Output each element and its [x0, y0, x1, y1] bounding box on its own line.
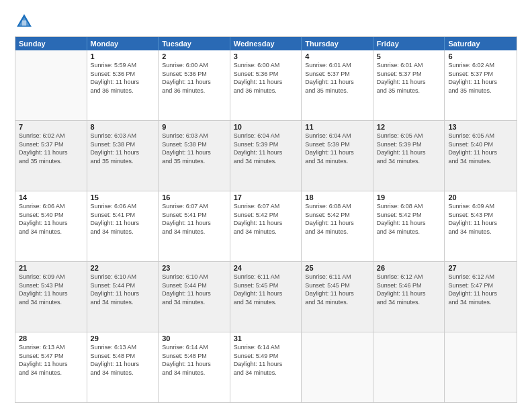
day-info: Sunrise: 6:07 AM Sunset: 5:41 PM Dayligh… — [162, 202, 226, 236]
calendar-cell: 16Sunrise: 6:07 AM Sunset: 5:41 PM Dayli… — [159, 191, 230, 261]
day-info: Sunrise: 6:00 AM Sunset: 5:36 PM Dayligh… — [234, 61, 298, 95]
calendar-cell: 12Sunrise: 6:05 AM Sunset: 5:39 PM Dayli… — [373, 121, 445, 191]
calendar-cell: 20Sunrise: 6:09 AM Sunset: 5:43 PM Dayli… — [445, 191, 517, 261]
day-info: Sunrise: 6:06 AM Sunset: 5:41 PM Dayligh… — [91, 202, 155, 236]
calendar-cell: 4Sunrise: 6:01 AM Sunset: 5:37 PM Daylig… — [302, 50, 373, 120]
calendar-cell: 23Sunrise: 6:10 AM Sunset: 5:44 PM Dayli… — [159, 262, 230, 332]
day-info: Sunrise: 6:00 AM Sunset: 5:36 PM Dayligh… — [162, 61, 226, 95]
calendar-cell: 26Sunrise: 6:12 AM Sunset: 5:46 PM Dayli… — [373, 262, 445, 332]
day-number: 5 — [377, 52, 441, 60]
day-info: Sunrise: 6:02 AM Sunset: 5:37 PM Dayligh… — [19, 132, 83, 165]
calendar-cell: 3Sunrise: 6:00 AM Sunset: 5:36 PM Daylig… — [230, 50, 302, 120]
day-number: 14 — [19, 193, 83, 201]
day-info: Sunrise: 6:09 AM Sunset: 5:43 PM Dayligh… — [448, 202, 513, 236]
day-info: Sunrise: 6:03 AM Sunset: 5:38 PM Dayligh… — [162, 132, 226, 165]
day-info: Sunrise: 6:11 AM Sunset: 5:45 PM Dayligh… — [305, 273, 369, 306]
day-info: Sunrise: 6:14 AM Sunset: 5:49 PM Dayligh… — [234, 343, 298, 377]
day-number: 12 — [377, 123, 441, 131]
calendar-cell: 22Sunrise: 6:10 AM Sunset: 5:44 PM Dayli… — [87, 262, 159, 332]
day-number: 11 — [305, 123, 369, 131]
day-info: Sunrise: 6:06 AM Sunset: 5:40 PM Dayligh… — [19, 202, 83, 236]
day-info: Sunrise: 6:01 AM Sunset: 5:37 PM Dayligh… — [377, 61, 441, 95]
calendar-body: 1Sunrise: 5:59 AM Sunset: 5:36 PM Daylig… — [15, 50, 517, 402]
calendar-week-1: 1Sunrise: 5:59 AM Sunset: 5:36 PM Daylig… — [15, 50, 517, 120]
calendar-cell: 5Sunrise: 6:01 AM Sunset: 5:37 PM Daylig… — [373, 50, 445, 120]
calendar-cell: 29Sunrise: 6:13 AM Sunset: 5:48 PM Dayli… — [87, 332, 159, 402]
header-day-monday: Monday — [87, 37, 159, 50]
calendar-cell: 21Sunrise: 6:09 AM Sunset: 5:43 PM Dayli… — [15, 262, 87, 332]
calendar-week-2: 7Sunrise: 6:02 AM Sunset: 5:37 PM Daylig… — [15, 120, 517, 191]
day-number: 6 — [448, 52, 513, 60]
day-number: 8 — [91, 123, 155, 131]
day-number: 26 — [377, 264, 441, 272]
day-number: 30 — [162, 334, 226, 342]
header-day-tuesday: Tuesday — [159, 37, 230, 50]
calendar-cell: 17Sunrise: 6:07 AM Sunset: 5:42 PM Dayli… — [230, 191, 302, 261]
calendar-cell — [15, 50, 87, 120]
calendar-cell: 10Sunrise: 6:04 AM Sunset: 5:39 PM Dayli… — [230, 121, 302, 191]
calendar-cell: 31Sunrise: 6:14 AM Sunset: 5:49 PM Dayli… — [230, 332, 302, 402]
day-info: Sunrise: 6:12 AM Sunset: 5:46 PM Dayligh… — [377, 273, 441, 306]
day-info: Sunrise: 6:02 AM Sunset: 5:37 PM Dayligh… — [448, 61, 513, 95]
calendar-cell: 24Sunrise: 6:11 AM Sunset: 5:45 PM Dayli… — [230, 262, 302, 332]
day-number: 9 — [162, 123, 226, 131]
day-number: 17 — [234, 193, 298, 201]
calendar-cell: 6Sunrise: 6:02 AM Sunset: 5:37 PM Daylig… — [445, 50, 517, 120]
calendar-cell: 25Sunrise: 6:11 AM Sunset: 5:45 PM Dayli… — [302, 262, 373, 332]
calendar-cell — [373, 332, 445, 402]
day-number: 19 — [377, 193, 441, 201]
day-info: Sunrise: 6:13 AM Sunset: 5:47 PM Dayligh… — [19, 343, 83, 377]
header — [15, 12, 517, 31]
day-info: Sunrise: 6:10 AM Sunset: 5:44 PM Dayligh… — [91, 273, 155, 306]
day-number: 2 — [162, 52, 226, 60]
header-day-sunday: Sunday — [15, 37, 87, 50]
header-day-friday: Friday — [373, 37, 445, 50]
day-number: 21 — [19, 264, 83, 272]
day-number: 16 — [162, 193, 226, 201]
day-number: 25 — [305, 264, 369, 272]
day-info: Sunrise: 6:12 AM Sunset: 5:47 PM Dayligh… — [448, 273, 513, 306]
day-number: 24 — [234, 264, 298, 272]
day-info: Sunrise: 6:14 AM Sunset: 5:48 PM Dayligh… — [162, 343, 226, 377]
day-info: Sunrise: 6:10 AM Sunset: 5:44 PM Dayligh… — [162, 273, 226, 306]
calendar-cell — [445, 332, 517, 402]
svg-rect-2 — [22, 20, 26, 26]
logo — [15, 12, 36, 31]
day-info: Sunrise: 6:13 AM Sunset: 5:48 PM Dayligh… — [91, 343, 155, 377]
day-number: 10 — [234, 123, 298, 131]
day-info: Sunrise: 6:03 AM Sunset: 5:38 PM Dayligh… — [91, 132, 155, 165]
day-number: 20 — [448, 193, 513, 201]
calendar-cell — [302, 332, 373, 402]
calendar-week-5: 28Sunrise: 6:13 AM Sunset: 5:47 PM Dayli… — [15, 332, 517, 402]
day-number: 7 — [19, 123, 83, 131]
page: SundayMondayTuesdayWednesdayThursdayFrid… — [0, 0, 532, 411]
day-number: 3 — [234, 52, 298, 60]
calendar-cell: 9Sunrise: 6:03 AM Sunset: 5:38 PM Daylig… — [159, 121, 230, 191]
calendar-week-4: 21Sunrise: 6:09 AM Sunset: 5:43 PM Dayli… — [15, 261, 517, 332]
calendar-cell: 14Sunrise: 6:06 AM Sunset: 5:40 PM Dayli… — [15, 191, 87, 261]
day-number: 28 — [19, 334, 83, 342]
calendar-week-3: 14Sunrise: 6:06 AM Sunset: 5:40 PM Dayli… — [15, 191, 517, 261]
calendar-cell: 30Sunrise: 6:14 AM Sunset: 5:48 PM Dayli… — [159, 332, 230, 402]
day-info: Sunrise: 6:11 AM Sunset: 5:45 PM Dayligh… — [234, 273, 298, 306]
calendar-cell: 18Sunrise: 6:08 AM Sunset: 5:42 PM Dayli… — [302, 191, 373, 261]
day-number: 23 — [162, 264, 226, 272]
day-number: 4 — [305, 52, 369, 60]
header-day-saturday: Saturday — [445, 37, 517, 50]
calendar-cell: 7Sunrise: 6:02 AM Sunset: 5:37 PM Daylig… — [15, 121, 87, 191]
day-number: 22 — [91, 264, 155, 272]
calendar: SundayMondayTuesdayWednesdayThursdayFrid… — [15, 36, 517, 403]
day-info: Sunrise: 6:09 AM Sunset: 5:43 PM Dayligh… — [19, 273, 83, 306]
header-day-wednesday: Wednesday — [230, 37, 302, 50]
calendar-cell: 28Sunrise: 6:13 AM Sunset: 5:47 PM Dayli… — [15, 332, 87, 402]
logo-icon — [15, 12, 34, 31]
calendar-header: SundayMondayTuesdayWednesdayThursdayFrid… — [15, 37, 517, 50]
day-info: Sunrise: 6:04 AM Sunset: 5:39 PM Dayligh… — [305, 132, 369, 165]
day-number: 31 — [234, 334, 298, 342]
header-day-thursday: Thursday — [302, 37, 373, 50]
day-info: Sunrise: 5:59 AM Sunset: 5:36 PM Dayligh… — [91, 61, 155, 95]
day-number: 13 — [448, 123, 513, 131]
day-info: Sunrise: 6:07 AM Sunset: 5:42 PM Dayligh… — [234, 202, 298, 236]
calendar-cell: 1Sunrise: 5:59 AM Sunset: 5:36 PM Daylig… — [87, 50, 159, 120]
calendar-cell: 13Sunrise: 6:05 AM Sunset: 5:40 PM Dayli… — [445, 121, 517, 191]
